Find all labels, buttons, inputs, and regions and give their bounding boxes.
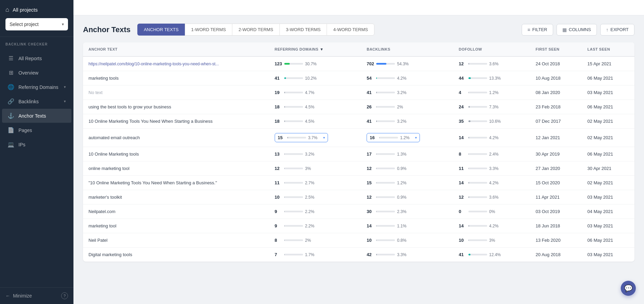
bl-bar-fill [376, 239, 376, 241]
tab-4-word[interactable]: 4-WORD TERMS [327, 24, 374, 36]
tab-2-word[interactable]: 2-WORD TERMS [232, 24, 279, 36]
bl-metric: 17 1.3% [367, 151, 448, 157]
table-row: No text 19 4.7% 41 3.2% 4 1.2% 08 Jan 20… [83, 85, 634, 100]
rd-pct: 4.7% [305, 90, 317, 95]
df-metric: 35 10.6% [459, 119, 525, 124]
bl-dropdown[interactable]: 16 1.2% ▾ [367, 133, 420, 142]
bl-bar-fill [376, 254, 377, 255]
dofollow-cell: 12 3.6% [453, 190, 530, 204]
columns-button[interactable]: ▦COLUMNS [557, 24, 597, 36]
anchor-text-cell: marketer's toolkit [83, 190, 269, 204]
first-seen-cell: 23 Feb 2018 [530, 100, 582, 114]
rd-pct: 2.5% [305, 195, 317, 200]
df-bar [468, 239, 487, 241]
dofollow-cell: 41 12.4% [453, 248, 530, 262]
tab-1-word[interactable]: 1-WORD TERMS [185, 24, 232, 36]
rd-bar-fill [284, 92, 285, 93]
sidebar-item-anchor-texts[interactable]: ⚓ Anchor Texts [2, 109, 71, 123]
last-seen-cell: 06 May 2021 [582, 71, 634, 85]
df-bar [468, 153, 487, 155]
question-mark-icon: ? [64, 294, 66, 298]
df-metric: 14 4.2% [459, 223, 525, 228]
referring-domains-cell: 8 2% [269, 233, 361, 248]
referring-domains-cell: 9 2.2% [269, 204, 361, 219]
anchor-texts-table: ANCHOR TEXTREFERRING DOMAINS▼BACKLINKSDO… [83, 42, 634, 262]
df-num: 41 [459, 252, 466, 257]
rd-bar-fill [284, 120, 285, 122]
referring-domains-cell: 10 2.5% [269, 190, 361, 204]
bl-bar [376, 106, 395, 108]
bl-num: 41 [367, 90, 374, 95]
df-pct: 12.4% [489, 252, 502, 257]
export-button[interactable]: ↑EXPORT [600, 24, 634, 36]
anchor-text-cell[interactable]: https://neilpatel.com/blog/10-online-mar… [83, 56, 269, 71]
rd-metric: 8 2% [275, 238, 356, 243]
backlinks-cell: 10 0.8% [361, 233, 453, 248]
bl-pct: 3.2% [397, 90, 409, 95]
col-header-referring-domains[interactable]: REFERRING DOMAINS▼ [269, 42, 361, 56]
chat-bubble-button[interactable]: 💬 [621, 281, 636, 296]
referring-domains-cell: 11 2.7% [269, 176, 361, 190]
df-pct: 2.4% [489, 152, 502, 157]
dofollow-cell: 24 7.3% [453, 100, 530, 114]
df-num: 14 [459, 223, 466, 228]
rd-bar [284, 225, 303, 227]
tab-3-word[interactable]: 3-WORD TERMS [279, 24, 327, 36]
df-num: 14 [459, 135, 466, 140]
tab-anchor-texts[interactable]: ANCHOR TEXTS [137, 24, 185, 36]
help-button[interactable]: ? [61, 292, 68, 299]
bl-pct: 2% [397, 105, 409, 109]
bl-num: 42 [367, 252, 374, 257]
bl-bar-fill [376, 182, 376, 184]
sidebar-item-pages[interactable]: 📄 Pages [2, 123, 71, 137]
page-header: Anchor Texts ANCHOR TEXTS1-WORD TERMS2-W… [83, 24, 634, 36]
rd-dropdown[interactable]: 15 3.7% ▾ [275, 133, 328, 142]
dofollow-cell: 8 2.4% [453, 147, 530, 161]
rd-bar-fill [284, 196, 285, 198]
sidebar-item-referring-domains[interactable]: 🌐 Referring Domains ▾ [2, 80, 71, 94]
rd-pct: 4.5% [305, 119, 317, 124]
bl-bar [376, 254, 395, 255]
bl-bar-fill [376, 211, 376, 212]
sidebar-item-overview[interactable]: ⊞ Overview [2, 66, 71, 80]
last-seen-cell: 02 May 2021 [582, 114, 634, 129]
rd-bar [284, 77, 303, 79]
sidebar-item-ips[interactable]: 💻 IPs [2, 137, 71, 151]
df-num: 44 [459, 76, 466, 81]
bl-num: 12 [367, 195, 374, 200]
referring-domains-cell: 12 3% [269, 161, 361, 176]
sidebar-item-all-reports[interactable]: ☰ All Reports [2, 51, 71, 65]
df-metric: 11 3.3% [459, 166, 525, 171]
first-seen-cell: 10 Aug 2018 [530, 71, 582, 85]
last-seen-cell: 02 May 2021 [582, 129, 634, 147]
chevron-down-icon: ▾ [323, 136, 325, 140]
df-bar-fill [468, 120, 470, 122]
rd-bar [284, 239, 303, 241]
bl-bar [376, 168, 395, 169]
sidebar-label-overview: Overview [18, 70, 38, 76]
rd-bar-fill [284, 239, 285, 241]
referring-domains-icon: 🌐 [8, 84, 14, 90]
filter-button[interactable]: ≡FILTER [522, 24, 553, 36]
all-projects-link[interactable]: ⌂ All projects [5, 6, 68, 13]
backlinks-cell: 41 3.2% [361, 114, 453, 129]
df-num: 12 [459, 61, 466, 66]
dofollow-cell: 10 3% [453, 233, 530, 248]
bl-num: 41 [367, 119, 374, 124]
rd-bar-fill [284, 182, 285, 184]
df-bar-fill [468, 63, 469, 65]
sidebar-item-backlinks[interactable]: 🔗 Backlinks ▾ [2, 94, 71, 108]
dofollow-cell: 0 0% [453, 204, 530, 219]
df-metric: 41 12.4% [459, 252, 525, 257]
bl-pct: 3.3% [397, 252, 409, 257]
select-project-dropdown[interactable]: Select project ▾ [5, 18, 68, 30]
df-bar-fill [468, 106, 470, 108]
df-bar [468, 137, 487, 138]
rd-num: 10 [275, 195, 282, 200]
rd-bar [284, 63, 303, 65]
rd-bar-fill [284, 153, 285, 155]
bl-metric: 30 2.3% [367, 209, 448, 214]
referring-domains-cell: 18 4.5% [269, 114, 361, 129]
last-seen-cell: 02 May 2021 [582, 176, 634, 190]
minimize-button[interactable]: ← Minimize [5, 293, 32, 299]
